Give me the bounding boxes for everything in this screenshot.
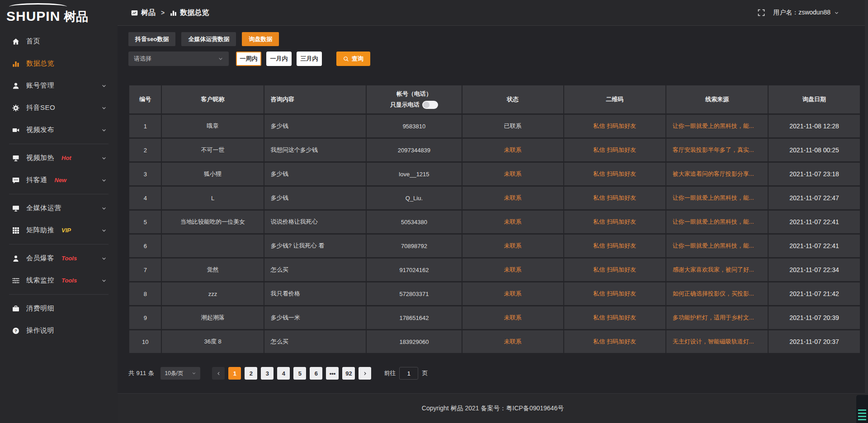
bar-chart-icon (170, 9, 177, 16)
sidebar-item-data-overview[interactable]: 数据总览 (0, 52, 118, 75)
cell-source[interactable]: 客厅安装投影半年多了，真实... (666, 139, 768, 161)
cell-qrcode[interactable]: 私信 扫码加好友 (564, 163, 665, 185)
sidebar-item-member-burst[interactable]: 会员爆客 Tools (0, 247, 118, 269)
sidebar-item-home[interactable]: 首页 (0, 30, 118, 52)
range-week-button[interactable]: 一周内 (236, 52, 261, 66)
sidebar-item-matrix-boost[interactable]: 矩阵助推 VIP (0, 219, 118, 241)
range-month-button[interactable]: 一月内 (266, 52, 292, 66)
cell-date: 2021-11-07 20:37 (769, 330, 860, 353)
breadcrumb-home[interactable]: 树品 (141, 8, 156, 18)
pagination: 共 911 条 10条/页 123456•••92 前往 页 (128, 367, 861, 380)
tab-omni-media-data[interactable]: 全媒体运营数据 (181, 32, 236, 46)
table-row: 5当地比较能吃的一位美女说说价格让我死心50534380未联系私信 扫码加好友让… (129, 211, 860, 233)
sidebar-item-label: 会员爆客 (26, 254, 54, 263)
page-button[interactable]: 4 (277, 367, 290, 380)
fullscreen-icon[interactable] (758, 9, 765, 16)
next-page-button[interactable] (359, 367, 371, 380)
cell-source[interactable]: 如何正确选择投影仪，买投影... (666, 282, 768, 305)
header-content: 咨询内容 (264, 85, 366, 113)
query-button[interactable]: 查询 (336, 52, 370, 66)
page-button[interactable]: 6 (310, 367, 322, 380)
corner-widget-stripes (858, 409, 866, 421)
page-size-select[interactable]: 10条/页 (160, 367, 200, 380)
corner-widget[interactable] (856, 395, 868, 423)
sidebar-item-label: 抖音SEO (26, 103, 55, 112)
header-account-label: 帐号（电话） (396, 90, 432, 98)
phone-only-label: 只显示电话 (390, 101, 420, 109)
date-range-group: 一周内 一月内 三月内 (236, 52, 322, 66)
tab-inquiry-data[interactable]: 询盘数据 (242, 32, 279, 46)
chevron-down-icon (101, 105, 107, 111)
cell-source[interactable]: 感谢大家喜欢我家，被问了好... (666, 258, 768, 281)
user-menu[interactable]: 用户名：zswodun88 (773, 9, 839, 17)
cell-source[interactable]: 让你一眼就爱上的黑科技，能... (666, 235, 768, 257)
cell-qrcode[interactable]: 私信 扫码加好友 (564, 187, 665, 209)
sidebar-item-lead-monitor[interactable]: 线索监控 Tools (0, 269, 118, 291)
sidebar-item-consumption-detail[interactable]: 消费明细 (0, 297, 118, 320)
sidebar-item-video-publish[interactable]: 视频发布 (0, 119, 118, 141)
sidebar-item-omni-media[interactable]: 全媒体运营 (0, 197, 118, 219)
doc-chart-icon (131, 9, 138, 16)
cell-no: 10 (129, 330, 161, 353)
cell-qrcode[interactable]: 私信 扫码加好友 (564, 330, 665, 353)
table-header-row: 编号 客户昵称 咨询内容 帐号（电话） 只显示电话 (129, 85, 860, 113)
range-quarter-button[interactable]: 三月内 (297, 52, 322, 66)
brand-logo[interactable]: SHUPIN 树品 (0, 0, 118, 26)
menu-divider (9, 144, 108, 144)
cell-source[interactable]: 让你一眼就爱上的黑科技，能... (666, 115, 768, 137)
cell-nickname: L (162, 187, 263, 209)
cell-qrcode[interactable]: 私信 扫码加好友 (564, 235, 665, 257)
page-button[interactable]: 5 (293, 367, 306, 380)
chevron-down-icon (101, 178, 107, 183)
query-button-label: 查询 (352, 55, 363, 63)
sidebar-item-douyin-seo[interactable]: 抖音SEO (0, 97, 118, 119)
cell-no: 7 (129, 258, 161, 281)
copyright-text: Copyright 树品 2021 备案号：粤ICP备09019646号 (422, 404, 564, 413)
header-no: 编号 (129, 85, 161, 113)
cell-no: 5 (129, 211, 161, 233)
page-button[interactable]: 2 (245, 367, 257, 380)
sidebar-item-label: 视频加热 (26, 154, 54, 162)
phone-only-toggle[interactable] (422, 101, 438, 109)
sidebar-item-account-management[interactable]: 账号管理 (0, 75, 118, 97)
sliders-icon (12, 277, 19, 284)
cell-account: 70898792 (367, 235, 462, 257)
cell-source[interactable]: 无主灯设计，智能磁吸轨道灯... (666, 330, 768, 353)
cell-qrcode[interactable]: 私信 扫码加好友 (564, 139, 665, 161)
chevron-left-icon (216, 371, 221, 376)
page-button[interactable]: 92 (342, 367, 355, 380)
cell-source[interactable]: 让你一眼就爱上的黑科技，能... (666, 187, 768, 209)
cell-content: 多少钱 (264, 115, 366, 137)
scrollbar-track[interactable] (865, 0, 868, 423)
table-row: 9潮起潮落多少钱一米178651642未联系私信 扫码加好友多功能护栏灯，适用于… (129, 306, 860, 329)
sidebar-item-video-heating[interactable]: 视频加热 Hot (0, 147, 118, 169)
table-row: 1036度 8怎么买183929060未联系私信 扫码加好友无主灯设计，智能磁吸… (129, 330, 860, 353)
cell-nickname: 觉然 (162, 258, 263, 281)
cell-qrcode[interactable]: 私信 扫码加好友 (564, 258, 665, 281)
cell-status: 未联系 (462, 211, 563, 233)
cell-qrcode[interactable]: 私信 扫码加好友 (564, 306, 665, 329)
cell-qrcode[interactable]: 私信 扫码加好友 (564, 282, 665, 305)
cell-source[interactable]: 多功能护栏灯，适用于乡村文... (666, 306, 768, 329)
cell-source[interactable]: 被大家追着问的客厅投影分享... (666, 163, 768, 185)
page-button[interactable]: 3 (261, 367, 274, 380)
sidebar-item-operation-guide[interactable]: ? 操作说明 (0, 320, 118, 342)
cell-status: 未联系 (462, 282, 563, 305)
table-row: 4L多少钱Q_Liu.未联系私信 扫码加好友让你一眼就爱上的黑科技，能...20… (129, 187, 860, 209)
goto-page-input[interactable] (399, 367, 418, 380)
chevron-right-icon (363, 371, 368, 376)
prev-page-button[interactable] (212, 367, 225, 380)
data-tabs: 抖音seo数据 全媒体运营数据 询盘数据 (128, 32, 861, 46)
sidebar-item-douketong[interactable]: 抖客通 New (0, 169, 118, 191)
cell-qrcode[interactable]: 私信 扫码加好友 (564, 115, 665, 137)
cell-qrcode[interactable]: 私信 扫码加好友 (564, 211, 665, 233)
goto-label: 前往 (384, 369, 396, 377)
cell-source[interactable]: 让你一眼就爱上的黑科技，能... (666, 211, 768, 233)
cell-no: 4 (129, 187, 161, 209)
page-button[interactable]: 1 (228, 367, 241, 380)
tab-douyin-seo-data[interactable]: 抖音seo数据 (128, 32, 175, 46)
page-ellipsis-button[interactable]: ••• (326, 367, 339, 380)
table-row: 3狐小狸多少钱love__1215未联系私信 扫码加好友被大家追着问的客厅投影分… (129, 163, 860, 185)
cell-content: 多少钱 (264, 163, 366, 185)
account-select[interactable]: 请选择 (128, 52, 229, 66)
